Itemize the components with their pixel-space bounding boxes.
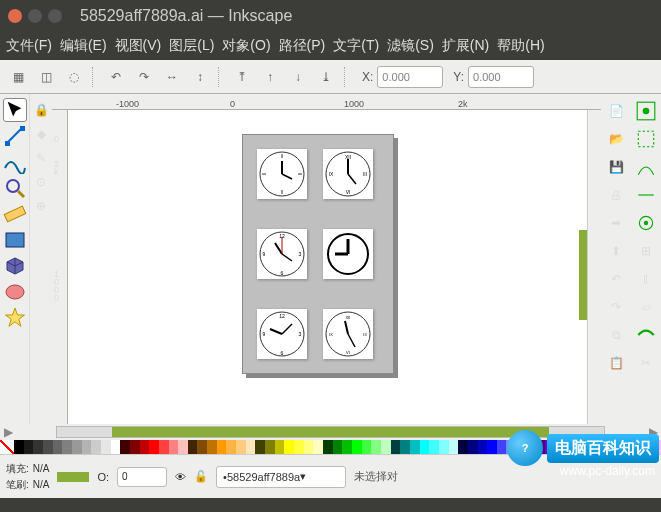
color-swatch[interactable] <box>294 440 304 454</box>
snap-center-icon[interactable] <box>635 212 657 234</box>
color-swatch[interactable] <box>91 440 101 454</box>
color-swatch[interactable] <box>246 440 256 454</box>
color-swatch[interactable] <box>381 440 391 454</box>
redo-icon[interactable]: ↷ <box>605 296 627 318</box>
color-swatch[interactable] <box>255 440 265 454</box>
color-swatch[interactable] <box>371 440 381 454</box>
vertical-scrollbar[interactable] <box>587 110 601 424</box>
lower-icon[interactable]: ↓ <box>286 65 310 89</box>
snap-grid-icon[interactable]: ⊞ <box>635 240 657 262</box>
color-swatch[interactable] <box>468 440 478 454</box>
color-swatch[interactable] <box>217 440 227 454</box>
layer-selector[interactable]: •58529aff7889a ▾ <box>216 466 346 488</box>
color-swatch[interactable] <box>284 440 294 454</box>
save-icon[interactable]: 💾 <box>605 156 627 178</box>
color-swatch[interactable] <box>53 440 63 454</box>
color-swatch[interactable] <box>275 440 285 454</box>
horizontal-scrollbar-thumb[interactable] <box>112 427 550 437</box>
snap-bbox-icon[interactable] <box>635 128 657 150</box>
paste-icon[interactable]: 📋 <box>605 352 627 374</box>
snap-cusp-icon[interactable]: ✂ <box>635 352 657 374</box>
color-swatch[interactable] <box>478 440 488 454</box>
measure-tool-icon[interactable] <box>3 202 27 226</box>
lock-icon[interactable]: 🔒 <box>29 98 53 122</box>
menu-view[interactable]: 视图(V) <box>115 37 162 55</box>
star-tool-icon[interactable] <box>3 306 27 330</box>
color-swatch[interactable] <box>391 440 401 454</box>
snap-page-icon[interactable]: ▱ <box>635 296 657 318</box>
rotate-cw-icon[interactable]: ↷ <box>132 65 156 89</box>
color-swatch[interactable] <box>188 440 198 454</box>
color-swatch[interactable] <box>352 440 362 454</box>
menu-path[interactable]: 路径(P) <box>279 37 326 55</box>
snap-guide-icon[interactable]: ⫿ <box>635 268 657 290</box>
color-swatch[interactable] <box>429 440 439 454</box>
snap-misc-icon[interactable] <box>635 324 657 346</box>
3dbox-tool-icon[interactable] <box>3 254 27 278</box>
color-swatch[interactable] <box>111 440 121 454</box>
flip-h-icon[interactable]: ↔ <box>160 65 184 89</box>
color-swatch[interactable] <box>72 440 82 454</box>
color-swatch[interactable] <box>62 440 72 454</box>
menu-file[interactable]: 文件(F) <box>6 37 52 55</box>
no-color-swatch[interactable] <box>0 440 14 454</box>
color-swatch[interactable] <box>226 440 236 454</box>
flip-v-icon[interactable]: ↕ <box>188 65 212 89</box>
zoom-tool-icon[interactable] <box>3 176 27 200</box>
snap-node-icon[interactable]: ◆ <box>29 122 53 146</box>
color-swatch[interactable] <box>497 440 507 454</box>
rect-tool-icon[interactable] <box>3 228 27 252</box>
tweak-tool-icon[interactable] <box>3 150 27 174</box>
color-swatch[interactable] <box>400 440 410 454</box>
snap-bezier-icon[interactable]: ✎ <box>29 146 53 170</box>
color-swatch[interactable] <box>342 440 352 454</box>
snap-path-icon[interactable] <box>635 184 657 206</box>
color-swatch[interactable] <box>178 440 188 454</box>
color-swatch[interactable] <box>323 440 333 454</box>
color-swatch[interactable] <box>410 440 420 454</box>
menu-edit[interactable]: 编辑(E) <box>60 37 107 55</box>
window-maximize-icon[interactable] <box>48 9 62 23</box>
snap-midpoint-icon[interactable]: ⊙ <box>29 170 53 194</box>
color-swatch[interactable] <box>304 440 314 454</box>
menu-object[interactable]: 对象(O) <box>222 37 270 55</box>
layer-lock-icon[interactable]: 🔓 <box>194 470 208 483</box>
color-swatch[interactable] <box>313 440 323 454</box>
export-icon[interactable]: ⬆ <box>605 240 627 262</box>
color-swatch[interactable] <box>24 440 34 454</box>
menu-filter[interactable]: 滤镜(S) <box>387 37 434 55</box>
color-swatch[interactable] <box>265 440 275 454</box>
vertical-scrollbar-thumb[interactable] <box>579 230 587 320</box>
fill-sample[interactable] <box>57 472 89 482</box>
window-close-icon[interactable] <box>8 9 22 23</box>
deselect-icon[interactable]: ◌ <box>62 65 86 89</box>
color-swatch[interactable] <box>159 440 169 454</box>
color-swatch[interactable] <box>140 440 150 454</box>
raise-icon[interactable]: ↑ <box>258 65 282 89</box>
canvas[interactable]: XIIIIIVIIX 12369 12369 XIIIIIVIIX <box>68 110 587 424</box>
select-all-icon[interactable]: ◫ <box>34 65 58 89</box>
color-swatch[interactable] <box>197 440 207 454</box>
x-field[interactable]: 0.000 <box>377 66 443 88</box>
color-swatch[interactable] <box>82 440 92 454</box>
color-swatch[interactable] <box>207 440 217 454</box>
node-tool-icon[interactable] <box>3 124 27 148</box>
rotate-ccw-icon[interactable]: ↶ <box>104 65 128 89</box>
open-icon[interactable]: 📂 <box>605 128 627 150</box>
snap-enable-icon[interactable] <box>635 100 657 122</box>
color-swatch[interactable] <box>333 440 343 454</box>
scroll-left-icon[interactable]: ▶ <box>0 425 16 439</box>
print-icon[interactable]: 🖨 <box>605 184 627 206</box>
undo-icon[interactable]: ↶ <box>605 268 627 290</box>
color-swatch[interactable] <box>439 440 449 454</box>
copy-icon[interactable]: ⧉ <box>605 324 627 346</box>
selector-tool-icon[interactable] <box>3 98 27 122</box>
color-swatch[interactable] <box>449 440 459 454</box>
color-swatch[interactable] <box>149 440 159 454</box>
visibility-icon[interactable]: 👁 <box>175 471 186 483</box>
opacity-field[interactable]: 0 <box>117 467 167 487</box>
color-swatch[interactable] <box>169 440 179 454</box>
color-swatch[interactable] <box>33 440 43 454</box>
color-swatch[interactable] <box>458 440 468 454</box>
lower-bottom-icon[interactable]: ⤓ <box>314 65 338 89</box>
